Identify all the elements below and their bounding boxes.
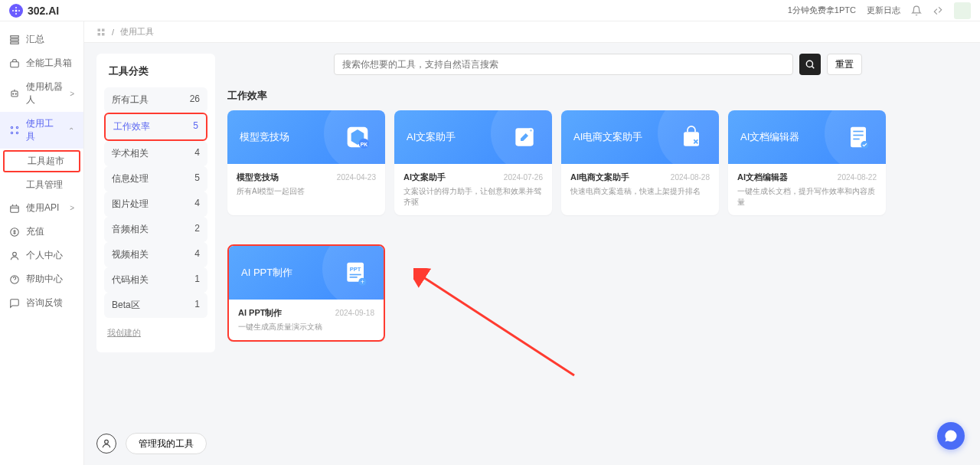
sidebar: 汇总全能工具箱使用机器人>使用工具⌃工具超市工具管理使用API>充值个人中心帮助…: [0, 21, 84, 465]
search-input[interactable]: [334, 54, 793, 75]
user-icon[interactable]: [96, 434, 116, 454]
category-item[interactable]: 音频相关2: [104, 217, 207, 242]
category-count: 1: [194, 299, 200, 312]
tool-card[interactable]: AI电商文案助手AI电商文案助手2024-08-28快速电商文案造稿，快速上架提…: [561, 110, 719, 215]
svg-rect-22: [102, 33, 105, 36]
sidebar-item-label: 使用API: [26, 201, 59, 214]
category-item[interactable]: 视频相关4: [104, 242, 207, 267]
tools-icon: [9, 125, 20, 136]
sidebar-item-toolbox[interactable]: 全能工具箱: [0, 51, 83, 75]
category-label: 所有工具: [112, 93, 149, 106]
svg-rect-34: [853, 139, 859, 140]
changelog-link[interactable]: 更新日志: [867, 5, 900, 16]
category-item[interactable]: Beta区1: [104, 293, 207, 318]
svg-point-42: [105, 440, 109, 444]
svg-text:PPT: PPT: [350, 266, 361, 273]
reset-button[interactable]: 重置: [827, 54, 862, 75]
card-header: AI文案助手+: [394, 110, 552, 164]
sidebar-item-tools[interactable]: 使用工具⌃: [0, 112, 83, 149]
avatar[interactable]: [954, 2, 971, 19]
svg-point-2: [15, 13, 17, 15]
grid-icon: [96, 28, 106, 37]
tool-card[interactable]: AI文档编辑器AI文档编辑器2024-08-22一键生成长文档，提升写作效率和内…: [728, 110, 886, 215]
svg-rect-38: [350, 274, 361, 276]
svg-point-23: [806, 61, 812, 67]
profile-icon: [9, 251, 20, 261]
bag-icon: [676, 122, 707, 152]
tool-card[interactable]: AI文案助手+AI文案助手2024-07-26文案设计的得力助手，让创意和效果并…: [394, 110, 552, 215]
toolbox-icon: [9, 58, 20, 69]
category-item[interactable]: 代码相关1: [104, 267, 207, 293]
svg-text:+: +: [361, 278, 364, 286]
category-item[interactable]: 学术相关4: [104, 141, 207, 166]
doc-icon: [843, 122, 874, 152]
back-link[interactable]: 我创建的: [104, 321, 207, 345]
category-label: 代码相关: [112, 273, 149, 287]
svg-point-15: [16, 132, 18, 133]
sidebar-sub-item[interactable]: 工具超市: [3, 150, 80, 172]
chevron-icon: >: [70, 204, 74, 212]
category-count: 5: [194, 172, 200, 185]
promo-link[interactable]: 1分钟免费拿1PTC: [788, 5, 856, 16]
category-count: 5: [193, 120, 198, 133]
svg-rect-19: [98, 28, 101, 31]
tool-card[interactable]: AI PPT制作PPT+AI PPT制作2024-09-18一键生成高质量演示文…: [227, 244, 385, 342]
svg-point-11: [15, 93, 16, 94]
sidebar-item-label: 全能工具箱: [26, 57, 72, 70]
sidebar-item-profile[interactable]: 个人中心: [0, 244, 83, 267]
api-icon: [9, 203, 20, 214]
card-heading: AI电商文案助手: [573, 130, 642, 144]
sidebar-item-recharge[interactable]: 充值: [0, 220, 83, 244]
breadcrumb-item[interactable]: 使用工具: [120, 26, 154, 38]
svg-rect-5: [11, 35, 19, 37]
svg-point-3: [12, 10, 14, 11]
svg-rect-6: [11, 38, 19, 40]
category-label: 信息处理: [112, 172, 149, 185]
brand-text: 302.AI: [28, 5, 59, 17]
sidebar-item-bots[interactable]: 使用机器人>: [0, 75, 83, 112]
card-header: 模型竞技场PK: [227, 110, 385, 164]
sidebar-sub-item[interactable]: 工具管理: [0, 174, 83, 196]
sidebar-item-label: 帮助中心: [26, 273, 63, 286]
category-item[interactable]: 图片处理4: [104, 192, 207, 217]
category-item[interactable]: 工作效率5: [104, 113, 207, 141]
card-heading: AI文案助手: [407, 130, 456, 144]
summary-icon: [9, 34, 20, 45]
chat-fab[interactable]: [937, 422, 965, 450]
bots-icon: [9, 88, 20, 99]
sidebar-item-summary[interactable]: 汇总: [0, 28, 83, 51]
category-label: 音频相关: [112, 223, 149, 236]
category-count: 4: [194, 248, 200, 261]
svg-point-13: [16, 126, 18, 128]
category-item[interactable]: 所有工具26: [104, 87, 207, 113]
card-desc: 快速电商文案造稿，快速上架提升排名: [570, 186, 710, 197]
category-panel: 工具分类 所有工具26工作效率5学术相关4信息处理5图片处理4音频相关2视频相关…: [96, 54, 215, 352]
help-icon: [9, 274, 20, 285]
card-name: AI电商文案助手: [570, 172, 629, 183]
card-desc: 文案设计的得力助手，让创意和效果并驾齐驱: [403, 186, 543, 208]
brand-logo[interactable]: 302.AI: [9, 4, 59, 18]
card-date: 2024-08-28: [671, 173, 710, 182]
svg-point-12: [11, 126, 12, 128]
card-heading: AI文档编辑器: [740, 130, 799, 144]
svg-rect-30: [684, 132, 699, 146]
category-label: Beta区: [112, 299, 140, 312]
sidebar-item-label: 汇总: [26, 33, 44, 46]
category-count: 26: [190, 93, 200, 106]
sidebar-item-help[interactable]: 帮助中心: [0, 267, 83, 291]
sidebar-item-feedback[interactable]: 咨询反馈: [0, 291, 83, 315]
category-label: 学术相关: [112, 147, 149, 160]
breadcrumb: / 使用工具: [84, 21, 980, 43]
search-button[interactable]: [799, 54, 821, 75]
cube-icon: PK: [342, 122, 373, 152]
category-item[interactable]: 信息处理5: [104, 166, 207, 192]
svg-rect-20: [102, 28, 105, 31]
svg-rect-8: [11, 61, 19, 67]
bell-icon[interactable]: [911, 5, 922, 16]
svg-point-14: [11, 132, 12, 133]
chevron-icon: >: [70, 90, 74, 98]
manage-tools-button[interactable]: 管理我的工具: [126, 433, 207, 454]
settings-icon[interactable]: [933, 5, 943, 16]
tool-card[interactable]: 模型竞技场PK模型竞技场2024-04-23所有AI模型一起回答: [227, 110, 385, 215]
sidebar-item-api[interactable]: 使用API>: [0, 196, 83, 220]
